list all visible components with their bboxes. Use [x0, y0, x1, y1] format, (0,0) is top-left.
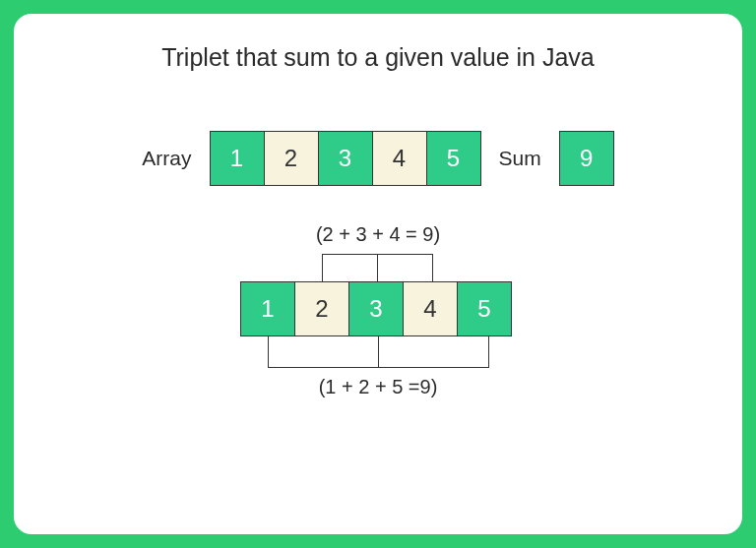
- array-bracket-diagram: 1 2 3 4 5: [240, 254, 516, 368]
- bracket-line: [268, 336, 269, 368]
- sum-value: 9: [559, 131, 614, 186]
- bracket-line: [268, 367, 488, 368]
- array-boxes-2: 1 2 3 4 5: [240, 281, 516, 336]
- array-cell: 1: [210, 131, 265, 186]
- array-cell: 4: [403, 281, 458, 336]
- bracket-line: [488, 336, 489, 368]
- array-cell: 2: [264, 131, 319, 186]
- array-sum-row: Array 1 2 3 4 5 Sum 9: [53, 131, 703, 186]
- array-cell: 2: [294, 281, 349, 336]
- bracket-line: [378, 336, 379, 368]
- sum-label: Sum: [499, 147, 541, 170]
- page-title: Triplet that sum to a given value in Jav…: [53, 43, 703, 72]
- array-cell: 3: [318, 131, 373, 186]
- array-cell: 5: [457, 281, 512, 336]
- array-label: Array: [142, 147, 191, 170]
- bracket-top: [240, 254, 516, 281]
- array-cell: 5: [426, 131, 481, 186]
- bracket-line: [322, 254, 323, 281]
- expression-top: (2 + 3 + 4 = 9): [53, 223, 703, 246]
- expression-bottom: (1 + 2 + 5 =9): [53, 376, 703, 398]
- bracket-line: [432, 254, 433, 281]
- diagram-card: Triplet that sum to a given value in Jav…: [14, 14, 742, 534]
- array-cell: 4: [372, 131, 427, 186]
- array-cell: 3: [348, 281, 404, 336]
- bracket-line: [377, 254, 378, 281]
- bracket-bottom: [240, 336, 516, 368]
- array-boxes: 1 2 3 4 5: [210, 131, 481, 186]
- array-cell: 1: [240, 281, 295, 336]
